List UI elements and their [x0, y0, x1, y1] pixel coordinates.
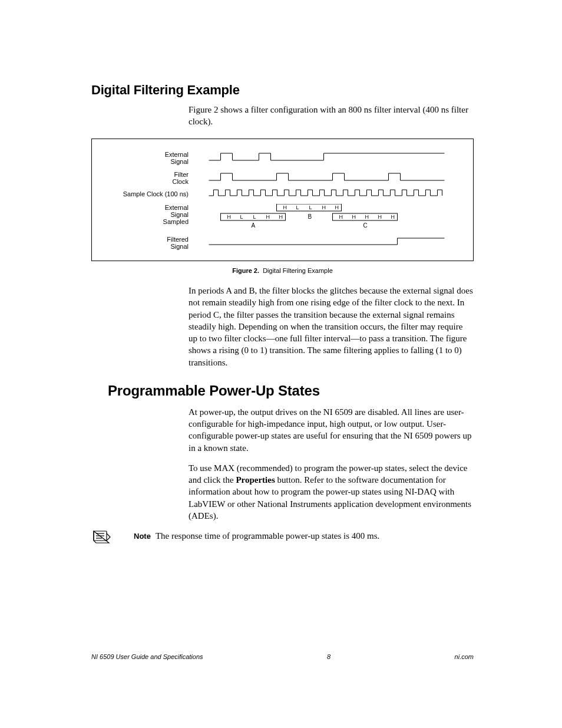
svg-text:H: H	[378, 214, 382, 220]
label-external-sampled: External Signal Sampled	[106, 204, 189, 225]
period-a: A	[252, 222, 256, 229]
page-footer: NI 6509 User Guide and Specifications 8 …	[91, 653, 474, 660]
svg-text:H: H	[279, 214, 283, 220]
figure-caption-text: Digital Filtering Example	[263, 267, 333, 274]
s3: L	[309, 205, 312, 210]
powerup-p2: To use MAX (recommended) to program the …	[189, 462, 474, 522]
label-filtered-signal: Filtered Signal	[106, 236, 189, 250]
svg-text:H: H	[352, 214, 356, 220]
svg-text:H: H	[339, 214, 343, 220]
para-after-figure: In periods A and B, the filter blocks th…	[189, 285, 474, 368]
intro-paragraph: Figure 2 shows a filter configuration wi…	[189, 104, 474, 128]
row-external-sampled: External Signal Sampled H L L H H H	[106, 204, 459, 231]
footer-left: NI 6509 User Guide and Specifications	[91, 653, 203, 660]
footer-page-number: 8	[327, 653, 330, 660]
properties-bold: Properties	[236, 475, 275, 485]
note-icon	[91, 530, 111, 545]
s5: H	[335, 205, 339, 210]
footer-right: ni.com	[455, 653, 474, 660]
wave-filter-clock	[194, 172, 459, 185]
row-filter-clock: Filter Clock	[106, 171, 459, 185]
label-sample-clock: Sample Clock (100 ns)	[106, 190, 189, 197]
figure-box: External Signal Filter Clock Sample Cloc…	[91, 139, 474, 262]
s1: H	[283, 205, 287, 210]
s2: L	[296, 205, 299, 210]
wave-external-signal	[194, 151, 459, 164]
period-c: C	[363, 222, 368, 229]
label-external-signal: External Signal	[106, 151, 189, 165]
wave-filtered-signal	[194, 237, 459, 249]
note-body: The response time of programmable power-…	[156, 531, 379, 541]
wave-sample-clock	[194, 189, 459, 199]
row-sample-clock: Sample Clock (100 ns)	[106, 189, 459, 199]
svg-text:H: H	[266, 214, 270, 220]
s4: H	[322, 205, 326, 210]
figure-caption-bold: Figure 2.	[232, 267, 259, 274]
note-text-container: NoteThe response time of programmable po…	[134, 530, 379, 542]
period-b: B	[308, 213, 312, 220]
svg-text:H: H	[365, 214, 369, 220]
sampled-content: H L L H H H L L H H B	[194, 204, 459, 231]
svg-text:H: H	[227, 214, 232, 220]
label-filter-clock: Filter Clock	[106, 171, 189, 185]
powerup-p1: At power-up, the output drives on the NI…	[189, 406, 474, 454]
note-row: NoteThe response time of programmable po…	[91, 530, 474, 545]
svg-text:L: L	[253, 214, 256, 220]
figure-caption: Figure 2. Digital Filtering Example	[91, 267, 474, 274]
svg-text:L: L	[240, 214, 243, 220]
svg-text:H: H	[391, 214, 395, 220]
section-title-power-up: Programmable Power-Up States	[108, 383, 474, 399]
section-title-digital-filtering: Digital Filtering Example	[91, 83, 474, 98]
note-label: Note	[134, 532, 151, 541]
row-filtered-signal: Filtered Signal	[106, 236, 459, 250]
row-external-signal: External Signal	[106, 151, 459, 165]
